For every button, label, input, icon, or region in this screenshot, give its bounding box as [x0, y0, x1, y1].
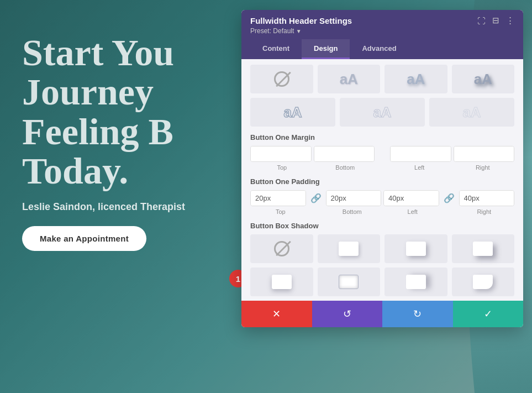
text-style-none[interactable] [250, 65, 313, 93]
padding-bottom-input[interactable] [326, 191, 382, 206]
text-style-row-2: aA aA aA [250, 98, 514, 127]
expand-icon[interactable]: ⛶ [477, 16, 486, 25]
shadow-box-3 [473, 242, 493, 256]
margin-right-group [454, 146, 515, 162]
undo-button[interactable]: ↺ [312, 301, 383, 327]
padding-left-group [383, 190, 439, 206]
tab-design[interactable]: Design [302, 39, 350, 59]
padding-left-label: Left [382, 208, 443, 215]
text-style-outline-2[interactable]: aA [340, 98, 425, 127]
shadow-box-5 [339, 275, 359, 289]
shadow-side[interactable] [384, 268, 447, 296]
margin-top-group: ⌗ [250, 146, 312, 162]
padding-bottom-group [326, 190, 382, 206]
margin-top-input[interactable] [251, 146, 312, 161]
panel-footer: ✕ ↺ ↻ ✓ [241, 301, 523, 327]
panel-tabs: Content Design Advanced [250, 39, 514, 59]
margin-bottom-label: Bottom [314, 164, 377, 171]
margin-right-input[interactable] [454, 146, 515, 161]
panel-header-top: Fullwidth Header Settings ⛶ ⊟ ⋮ [250, 15, 514, 25]
button-margin-label: Button One Margin [250, 133, 514, 142]
text-style-row-1: aA aA aA [250, 65, 514, 93]
padding-top-group [250, 190, 306, 206]
no-style-icon [274, 71, 289, 87]
redo-button[interactable]: ↻ [382, 301, 453, 327]
margin-right-label: Right [451, 164, 515, 171]
settings-panel: Fullwidth Header Settings ⛶ ⊟ ⋮ Preset: … [241, 10, 523, 327]
tab-content[interactable]: Content [250, 39, 302, 59]
panel-header-icons: ⛶ ⊟ ⋮ [477, 15, 514, 25]
margin-left-label: Left [388, 164, 451, 171]
text-style-light-shadow[interactable]: aA [318, 65, 381, 93]
hero-title: Start YouJourneyFeeling BToday. [22, 33, 185, 191]
padding-top-input[interactable] [251, 191, 306, 206]
appointment-button[interactable]: Make an Appointment [22, 226, 146, 251]
margin-top-label: Top [250, 164, 314, 171]
shadow-medium[interactable] [384, 234, 447, 263]
padding-inputs-row: 🔗 🔗 [250, 190, 514, 206]
no-shadow-icon [274, 241, 289, 256]
shadow-strong[interactable] [452, 234, 515, 263]
shadow-bottom[interactable] [250, 268, 313, 296]
margin-bottom-group: ⌗ [314, 146, 375, 162]
text-style-med-shadow[interactable]: aA [384, 65, 447, 93]
text-style-dark-shadow[interactable]: aA [452, 65, 515, 93]
panel-body: aA aA aA aA aA aA Button One Margin [241, 59, 523, 301]
shadow-box-6 [406, 275, 426, 289]
padding-left-input[interactable] [384, 191, 439, 206]
shadow-box-7 [473, 275, 493, 289]
more-icon[interactable]: ⋮ [506, 15, 514, 25]
text-style-outline-1[interactable]: aA [250, 98, 335, 127]
shadow-corner[interactable] [452, 268, 515, 296]
cancel-button[interactable]: ✕ [241, 301, 312, 327]
hero-content: Start YouJourneyFeeling BToday. Leslie S… [22, 33, 185, 251]
hero-subtitle: Leslie Saindon, licenced Therapist [22, 201, 185, 213]
padding-labels: Top Bottom Left Right [250, 208, 514, 215]
shadow-none[interactable] [250, 234, 313, 263]
columns-icon[interactable]: ⊟ [492, 15, 499, 25]
save-button[interactable]: ✓ [453, 301, 524, 327]
margin-left-input[interactable] [391, 146, 451, 161]
margin-bottom-input[interactable] [314, 146, 375, 161]
padding-link-icon-right[interactable]: 🔗 [441, 193, 457, 203]
padding-top-label: Top [250, 208, 311, 215]
panel-header: Fullwidth Header Settings ⛶ ⊟ ⋮ Preset: … [241, 10, 523, 59]
shadow-box-2 [406, 242, 426, 256]
margin-left-group [390, 146, 451, 162]
padding-right-label: Right [454, 208, 515, 215]
shadow-options-grid [250, 234, 514, 296]
padding-bottom-label: Bottom [322, 208, 383, 215]
margin-inputs-row: ⌗ ⌗ [250, 146, 514, 162]
shadow-inset[interactable] [318, 268, 381, 296]
shadow-box-4 [272, 275, 292, 289]
padding-link-icon-left[interactable]: 🔗 [308, 193, 324, 203]
preset-selector[interactable]: Preset: Default ▼ [250, 27, 514, 35]
padding-right-group [459, 190, 515, 206]
padding-right-input[interactable] [460, 191, 515, 206]
margin-labels: Top Bottom Left Right [250, 164, 514, 171]
shadow-box-1 [339, 242, 359, 256]
shadow-light[interactable] [318, 234, 381, 263]
text-style-outline-3[interactable]: aA [429, 98, 514, 127]
tab-advanced[interactable]: Advanced [350, 39, 408, 59]
button-padding-label: Button One Padding [250, 177, 514, 186]
box-shadow-label: Button Box Shadow [250, 222, 514, 230]
panel-title: Fullwidth Header Settings [250, 16, 352, 25]
